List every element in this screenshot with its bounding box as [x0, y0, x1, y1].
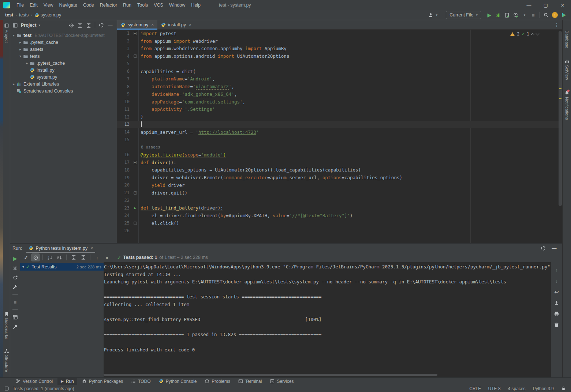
run-console[interactable]: C:\Users\serji\AppData\Local\Microsoft\W…: [104, 262, 551, 377]
more-icon[interactable]: »: [102, 253, 111, 261]
line-number[interactable]: 18: [117, 167, 130, 173]
menu-navigate[interactable]: Navigate: [56, 2, 80, 8]
tree-chevron-icon[interactable]: ▸: [18, 47, 23, 51]
menu-file[interactable]: File: [14, 2, 27, 8]
editor-scrollbar[interactable]: [559, 31, 562, 206]
line-number[interactable]: 3: [117, 46, 130, 51]
tool-stripe-bookmarks[interactable]: Bookmarks: [4, 312, 9, 339]
toolwindow-button-run[interactable]: ▶Run: [57, 378, 77, 385]
toolwindow-switcher-icon[interactable]: [4, 386, 9, 391]
menu-refactor[interactable]: Refactor: [97, 2, 120, 8]
project-tree-row[interactable]: install.py: [10, 67, 117, 74]
project-panel-title[interactable]: Project: [21, 23, 36, 28]
previous-problem-icon[interactable]: [531, 33, 535, 37]
run-icon[interactable]: ▶: [485, 11, 494, 19]
tree-chevron-icon[interactable]: ▸: [24, 61, 30, 65]
collapse-all-icon[interactable]: [79, 253, 87, 261]
hide-icon[interactable]: —: [106, 21, 115, 29]
sort-alpha-icon[interactable]: az: [45, 253, 54, 261]
expand-all-icon[interactable]: [69, 253, 78, 261]
line-number[interactable]: 23: [117, 206, 130, 211]
learn-icon[interactable]: [559, 11, 568, 19]
line-number[interactable]: 7: [117, 76, 130, 82]
profiler-caret-icon[interactable]: ▾: [520, 11, 529, 19]
line-number[interactable]: 15: [117, 137, 130, 142]
editor-tab-install.py[interactable]: install.py×: [157, 20, 195, 29]
tool-stripe-project[interactable]: Project: [4, 23, 9, 43]
search-everywhere-icon[interactable]: [542, 11, 551, 19]
settings-icon[interactable]: [539, 244, 548, 252]
menu-run[interactable]: Run: [120, 2, 134, 8]
pin-icon[interactable]: [11, 323, 20, 331]
line-number[interactable]: 19: [117, 175, 130, 180]
up-dim-icon[interactable]: ↑: [552, 266, 561, 274]
test-result-row[interactable]: ▾✓Test Results2 sec 228 ms: [20, 263, 104, 271]
toolwindow-button-terminal[interactable]: Terminal: [235, 378, 265, 385]
show-ignored-icon[interactable]: [31, 253, 40, 261]
fold-end-icon[interactable]: ·: [134, 222, 137, 225]
stop-icon[interactable]: ■: [529, 11, 538, 19]
menu-help[interactable]: Help: [188, 2, 204, 8]
settings-icon[interactable]: [97, 21, 106, 29]
project-tree-row[interactable]: ▾testE:\AUTOTEST\docker-appium\test: [10, 32, 117, 39]
project-tree-row[interactable]: system.py: [10, 74, 117, 80]
test-results-tree[interactable]: ▾✓Test Results2 sec 228 ms: [20, 262, 104, 377]
close-icon[interactable]: ×: [151, 22, 154, 27]
line-number[interactable]: 26: [117, 228, 130, 233]
project-tree-row[interactable]: ▸External Libraries: [10, 80, 117, 87]
line-number[interactable]: 11: [117, 107, 130, 112]
test-settings-icon[interactable]: [11, 283, 20, 291]
fold-region-icon[interactable]: −: [134, 32, 137, 35]
minimize-button[interactable]: —: [520, 0, 537, 10]
project-tree[interactable]: ▾testE:\AUTOTEST\docker-appium\test▸.pyt…: [10, 32, 117, 94]
line-number[interactable]: 5: [117, 61, 130, 66]
next-problem-icon[interactable]: [536, 32, 540, 35]
line-number[interactable]: 8: [117, 84, 130, 89]
toolwindow-button-python-console[interactable]: Python Console: [156, 378, 200, 385]
layout-icon[interactable]: [11, 313, 20, 321]
menu-window[interactable]: Window: [166, 2, 188, 8]
breadcrumb-item[interactable]: tests: [19, 12, 29, 18]
scroll-end-icon[interactable]: [552, 299, 561, 307]
lock-icon[interactable]: [561, 386, 566, 391]
run-tab[interactable]: Python tests in system.py ×: [26, 244, 96, 253]
rerun-failed-icon[interactable]: [11, 274, 20, 282]
line-number[interactable]: 4: [117, 54, 130, 59]
line-number[interactable]: 21: [117, 190, 130, 195]
breadcrumb-item[interactable]: system.py: [41, 12, 61, 18]
stop-dim-icon[interactable]: ■: [11, 298, 20, 306]
line-number[interactable]: 9: [117, 91, 130, 97]
line-number[interactable]: 1: [117, 31, 130, 36]
run-coverage-icon[interactable]: [503, 11, 511, 19]
console-horizontal-scrollbar[interactable]: [104, 374, 437, 376]
debug-icon[interactable]: [494, 11, 503, 19]
line-number[interactable]: 16: [117, 152, 130, 157]
rerun-icon[interactable]: ▶: [11, 255, 20, 263]
close-icon[interactable]: ×: [189, 22, 191, 27]
chevron-down-icon[interactable]: ▾: [38, 23, 40, 27]
tool-stripe-sciview[interactable]: SciView: [564, 59, 570, 80]
expand-all-icon[interactable]: [75, 21, 84, 29]
line-number[interactable]: 13: [117, 122, 130, 127]
line-number[interactable]: 24: [117, 213, 130, 218]
status-message[interactable]: Tests passed: 1 (moments ago): [13, 386, 74, 391]
debug-dim-icon[interactable]: [11, 264, 20, 272]
hide-icon[interactable]: —: [550, 244, 559, 252]
line-number[interactable]: 14: [117, 129, 130, 135]
editor-tab-system.py[interactable]: system.py×: [117, 20, 157, 29]
line-number[interactable]: 20: [117, 182, 130, 188]
menu-code[interactable]: Code: [80, 2, 97, 8]
fold-region-icon[interactable]: −: [134, 161, 137, 164]
line-number[interactable]: 25: [117, 220, 130, 226]
status-widget-4-spaces[interactable]: 4 spaces: [508, 386, 526, 391]
tree-chevron-icon[interactable]: ▸: [18, 40, 23, 44]
toolwindow-button-todo[interactable]: TODO: [128, 378, 154, 385]
clear-icon[interactable]: [552, 321, 561, 329]
line-number[interactable]: 10: [117, 99, 130, 104]
tool-stripe-structure[interactable]: Structure: [4, 348, 9, 372]
project-tree-row[interactable]: Scratches and Consoles: [10, 87, 117, 94]
line-number[interactable]: 12: [117, 114, 130, 120]
user-menu-icon[interactable]: [426, 11, 435, 19]
line-number[interactable]: 6: [117, 69, 130, 74]
line-number[interactable]: 22: [117, 198, 130, 203]
